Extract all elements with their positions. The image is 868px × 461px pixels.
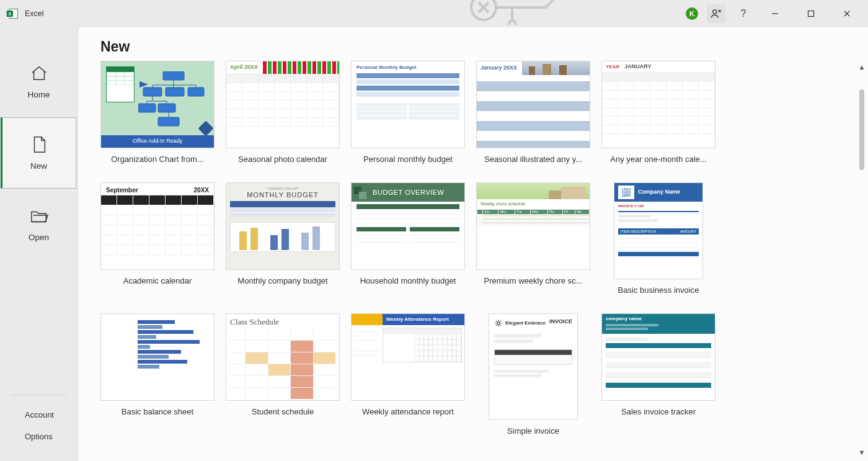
sidebar-label-home: Home xyxy=(27,90,50,99)
app-name: Excel xyxy=(25,9,44,18)
template-card-any-year-cal[interactable]: YEAR JANUARY Any year one-month cale... xyxy=(601,61,715,164)
template-label: Simple invoice xyxy=(507,426,559,436)
template-label: Basic balance sheet xyxy=(122,407,193,416)
minimize-button[interactable] xyxy=(761,4,789,23)
template-gallery: Office Add-In Ready Organization Chart f… xyxy=(100,61,851,460)
template-card-personal-budget[interactable]: Personal Monthly Budget xyxy=(351,61,465,164)
sidebar-divider xyxy=(11,395,66,395)
sidebar-item-account[interactable]: Account xyxy=(0,404,78,426)
thumb-footer: Office Add-In Ready xyxy=(101,135,214,148)
template-label: Organization Chart from... xyxy=(111,154,204,164)
template-card-sales-tracker[interactable]: company name xyxy=(601,313,715,436)
template-card-seasonal-illustrated[interactable]: January 20XX xyxy=(476,61,590,164)
excel-app-icon: X xyxy=(6,7,19,20)
svg-point-6 xyxy=(713,10,717,14)
scroll-down-icon[interactable]: ▼ xyxy=(859,449,866,456)
help-button[interactable]: ? xyxy=(734,8,753,19)
template-card-attendance[interactable]: Weekly Attendance Report xyxy=(351,313,465,436)
template-card-company-budget[interactable]: CAMERO GROUP MONTHLY BUDGET xyxy=(226,182,340,295)
sidebar-item-home[interactable]: Home xyxy=(1,46,77,117)
template-label: Basic business invoice xyxy=(618,285,699,295)
template-label: Household monthly budget xyxy=(360,276,456,285)
coming-soon-icon[interactable] xyxy=(707,4,725,23)
template-label: Monthly company budget xyxy=(237,276,327,285)
template-label: Seasonal illustrated any y... xyxy=(484,154,582,164)
vertical-scrollbar[interactable]: ▲ ▼ xyxy=(857,63,867,456)
template-gallery-viewport[interactable]: Office Add-In Ready Organization Chart f… xyxy=(100,61,851,461)
main-panel: New xyxy=(78,27,868,461)
backstage-sidebar: Home New Open Account Options xyxy=(0,27,78,461)
titlebar: X Excel K ? xyxy=(0,0,868,27)
svg-point-0 xyxy=(471,0,496,20)
svg-rect-13 xyxy=(166,87,184,96)
svg-rect-19 xyxy=(359,192,366,199)
svg-rect-11 xyxy=(163,71,184,80)
sidebar-item-options[interactable]: Options xyxy=(0,426,78,447)
template-card-seasonal-photo-cal[interactable]: April 20XX Seasonal photo calendar xyxy=(226,61,340,164)
svg-rect-15 xyxy=(138,104,156,112)
template-label: Sales invoice tracker xyxy=(621,407,696,416)
svg-rect-14 xyxy=(188,87,204,96)
template-card-simple-invoice[interactable]: Elegant Embrace INVOICE xyxy=(476,313,590,436)
template-label: Personal monthly budget xyxy=(363,154,453,164)
sidebar-label-new: New xyxy=(30,161,47,171)
template-card-org-chart[interactable]: Office Add-In Ready Organization Chart f… xyxy=(100,61,215,164)
template-card-chore-schedule[interactable]: Weekly chore schedule SunMonTueWedThuFri… xyxy=(476,182,590,295)
sidebar-item-open[interactable]: Open xyxy=(1,189,77,260)
template-card-balance-sheet[interactable]: Basic balance sheet xyxy=(100,313,215,436)
svg-rect-12 xyxy=(143,87,162,96)
template-label: Premium weekly chore sc... xyxy=(484,276,583,285)
svg-point-20 xyxy=(497,322,500,325)
template-label: Student schedule xyxy=(252,407,314,416)
template-card-household-budget[interactable]: BUDGET OVERVIEW Household monthly budget xyxy=(351,182,465,295)
template-card-student-schedule[interactable]: Class Schedule Student schedule xyxy=(226,313,340,436)
scrollbar-thumb[interactable] xyxy=(859,89,864,170)
user-avatar[interactable]: K xyxy=(686,7,698,20)
svg-rect-17 xyxy=(158,117,179,126)
template-card-academic-cal[interactable]: September 20XX Academic calendar xyxy=(100,182,215,295)
sidebar-item-new[interactable]: New xyxy=(1,117,76,189)
svg-rect-8 xyxy=(808,11,814,17)
scroll-up-icon[interactable]: ▲ xyxy=(859,63,866,71)
svg-text:X: X xyxy=(8,11,11,17)
template-label: Any year one-month cale... xyxy=(610,154,706,164)
page-title: New xyxy=(100,38,868,55)
svg-rect-16 xyxy=(158,104,175,112)
template-label: Weekly attendance report xyxy=(362,407,454,416)
svg-point-2 xyxy=(509,20,515,25)
template-label: Seasonal photo calendar xyxy=(238,154,327,164)
maximize-button[interactable] xyxy=(797,4,825,23)
sidebar-label-open: Open xyxy=(29,233,49,242)
template-label: Academic calendar xyxy=(123,276,192,285)
template-card-business-invoice[interactable]: LOGO GOES HERE Company Name INVOICE # 10… xyxy=(601,182,715,295)
close-button[interactable] xyxy=(833,4,861,23)
app-shell: Home New Open Account Options New xyxy=(0,27,868,461)
